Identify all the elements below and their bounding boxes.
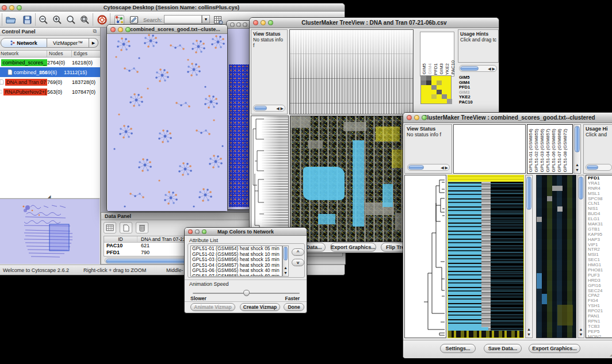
zoom-button[interactable] <box>17 5 22 10</box>
attribute-list-item[interactable]: GPL51-04 (GSM857) heat shock 20 min <box>192 263 282 269</box>
slider-thumb[interactable] <box>243 290 250 296</box>
array-column-label[interactable]: GPL51-02 (GSM855) <box>534 129 539 173</box>
tv1-row-labels[interactable]: GIM5GIM4PFD1GIM3YKE2PAC10 <box>459 75 494 105</box>
tv1-zoom-heatmap[interactable] <box>420 75 452 104</box>
tv2-heatmap-vscrollbar[interactable]: ▲▼ <box>525 175 533 338</box>
scroll-arrows[interactable]: ▲▼ <box>283 265 288 275</box>
create-vizmap-button[interactable]: Create Vizmap <box>240 303 280 311</box>
animation-speed-slider[interactable] <box>193 290 300 297</box>
network-canvas[interactable] <box>108 34 227 211</box>
scroll-arrows[interactable]: ◀ ▶ <box>441 164 448 171</box>
create-network-button[interactable] <box>113 14 125 25</box>
tv1-row-dendrogram[interactable] <box>251 116 289 242</box>
column-label[interactable]: YKE2 <box>445 63 450 75</box>
tv1-main-heatmap[interactable] <box>290 116 410 242</box>
array-column-label[interactable]: GPL51-04 (GSM857) <box>545 129 550 173</box>
array-column-label[interactable]: GPL51-03 (GSM856) <box>540 129 545 173</box>
close-button[interactable] <box>2 5 7 10</box>
attribute-list-item[interactable]: GPL51-02 (GSM855) heat shock 10 min <box>192 252 282 258</box>
tab-network[interactable]: Network <box>1 38 47 48</box>
column-label[interactable]: GIM3 <box>439 63 444 75</box>
network-view-titlebar[interactable]: combined_scores_good.txt--cluste... <box>107 25 227 34</box>
zoom-button[interactable] <box>243 22 247 27</box>
tv2-collabel-vscrollbar[interactable]: ▲▼ <box>573 124 581 174</box>
scroll-arrows[interactable]: ◀ ▶ <box>276 105 284 112</box>
attribute-list-item[interactable]: GPL51-06 (GSM865) heat shock 40 min <box>192 268 282 274</box>
help-button[interactable] <box>96 14 108 25</box>
array-column-label[interactable]: GPL51-01 (GSM854) <box>528 129 533 173</box>
zoom-button[interactable] <box>422 115 427 120</box>
col-id[interactable]: ID <box>104 236 137 242</box>
minimize-button[interactable] <box>9 5 14 10</box>
network-row-rnapuber[interactable]: RNAPuberNov2+| 563(0) 107847(0) <box>0 87 100 97</box>
overview-viewport-rect[interactable] <box>49 224 69 251</box>
tv1-column-labels[interactable]: GIM5GIM4PFD1GIM3YKE2PAC10 <box>420 32 454 76</box>
gene-label[interactable]: MON2 <box>588 335 612 338</box>
float-panel-icon[interactable]: ⧉ <box>93 28 97 35</box>
scroll-arrows[interactable]: ▲▼ <box>526 327 532 337</box>
gene-label[interactable]: PAC10 <box>459 100 494 105</box>
tab-vizmapper[interactable]: VizMapper™ <box>47 38 89 48</box>
col-header-nodes[interactable]: Nodes <box>47 51 72 57</box>
tv2-gene-list[interactable]: PFD1YRA1RNR4MSL1SPC98CLN1NIS1BUD4ELG1MAK… <box>586 175 612 338</box>
save-button[interactable] <box>21 14 33 25</box>
tv2-settings-button[interactable]: Settings... <box>440 344 476 353</box>
move-down-button[interactable]: v <box>292 259 304 266</box>
tv2-row-dendrogram[interactable] <box>404 175 446 338</box>
attribute-list-item[interactable]: GPL51-03 (GSM856) heat shock 15 min <box>192 257 282 263</box>
animate-vizmap-button[interactable]: Animate Vizmap <box>190 303 235 311</box>
dense-window-titlebar[interactable] <box>227 21 251 29</box>
array-column-label[interactable]: GPL51-08 (GSM872) <box>563 129 568 173</box>
close-button[interactable] <box>253 20 258 25</box>
open-file-button[interactable] <box>5 14 17 25</box>
minimize-button[interactable] <box>261 20 266 25</box>
zoom-in-button[interactable] <box>51 14 63 25</box>
tv2-column-tree-area[interactable] <box>453 124 526 174</box>
close-button[interactable] <box>407 115 412 120</box>
zoom-button[interactable] <box>202 229 206 234</box>
tv2-column-labels[interactable]: GPL51-01 (GSM854)GPL51-02 (GSM855)GPL51-… <box>527 124 573 174</box>
zoom-selected-button[interactable] <box>65 14 76 25</box>
zoom-button[interactable] <box>125 27 131 32</box>
treeview2-titlebar[interactable]: ClusterMaker TreeView : combined_scores_… <box>403 113 612 123</box>
col-header-network[interactable]: Network <box>0 51 47 57</box>
treeview1-titlebar[interactable]: ClusterMaker TreeView : DNA and Tran 07-… <box>250 18 499 28</box>
tv2-save-data-button[interactable]: Save Data... <box>484 344 522 353</box>
tv1-status-hscrollbar[interactable]: ◀ ▶ <box>253 105 285 112</box>
tv2-status-hscrollbar[interactable]: ◀ ▶ <box>407 164 450 171</box>
scroll-arrows[interactable]: ▲▼ <box>578 327 584 337</box>
tv2-zoom-vscrollbar[interactable]: ▲▼ <box>577 175 584 338</box>
zoom-button[interactable] <box>268 20 273 25</box>
tv2-main-heatmap[interactable] <box>447 175 524 338</box>
dense-network-canvas[interactable] <box>227 29 251 209</box>
zoom-out-button[interactable] <box>37 14 49 25</box>
search-dropdown-button[interactable]: ▼ <box>202 15 210 24</box>
overview-resize-handle[interactable]: ◢ <box>48 194 51 199</box>
select-attributes-button[interactable] <box>104 222 116 233</box>
tv2-hints-hscrollbar[interactable] <box>586 164 612 171</box>
delete-attribute-button[interactable] <box>136 222 148 233</box>
tv2-export-graphics-button[interactable]: Export Graphics... <box>529 344 580 353</box>
minimize-button[interactable] <box>195 229 200 234</box>
tv1-hints-hscrollbar[interactable]: ◀ ▶ <box>459 65 497 72</box>
network-row-combined-scores[interactable]: combined_scores_ 2764(0) 16218(0) <box>0 58 100 67</box>
main-titlebar[interactable]: Cytoscape Desktop (Session Name: collins… <box>0 3 345 12</box>
column-label[interactable]: PFD1 <box>433 63 438 75</box>
search-input[interactable] <box>164 15 202 24</box>
move-up-button[interactable]: ^ <box>292 248 304 256</box>
attribute-list-vscrollbar[interactable]: ▲▼ <box>282 246 289 277</box>
close-button[interactable] <box>110 27 116 32</box>
attribute-list-item[interactable]: GPL51-01 (GSM854) heat shock 05 min <box>192 246 282 252</box>
tv1-export-graphics-button[interactable]: Export Graphics... <box>330 243 376 252</box>
network-row-dna-tran[interactable]: DNA and Tran 07 769(0) 183728(0) <box>0 77 100 87</box>
zoom-fit-button[interactable] <box>79 14 90 25</box>
close-button[interactable] <box>188 229 193 234</box>
annotation-button[interactable] <box>128 14 140 25</box>
tv2-zoom-heatmap[interactable] <box>536 175 576 338</box>
column-label[interactable]: GIM5 <box>422 63 427 75</box>
attribute-browser-button[interactable] <box>212 14 224 25</box>
close-button[interactable] <box>230 22 235 27</box>
network-row-combined-selected[interactable]: combined_sco 2569(6) 13112(15) <box>0 67 100 77</box>
col-header-edges[interactable]: Edges <box>72 51 98 57</box>
attribute-list-item[interactable]: GPL51-07 (GSM868) heat shock 60 min <box>192 274 282 277</box>
